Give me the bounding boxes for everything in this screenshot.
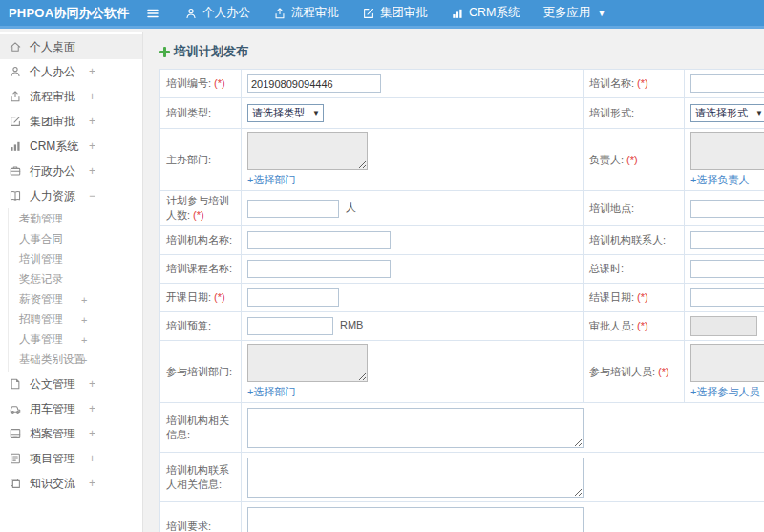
start-date-input[interactable] xyxy=(247,288,339,307)
total-hours-input[interactable] xyxy=(690,260,764,278)
field-label-cell: 参与培训人员:(*) xyxy=(584,341,685,403)
required-marker: (*) xyxy=(637,320,648,331)
sidebar-item-用车管理[interactable]: 用车管理+ xyxy=(0,396,142,421)
planned-participants-input[interactable] xyxy=(247,200,339,218)
host-department-box[interactable] xyxy=(247,132,368,170)
expander-icon[interactable]: + xyxy=(89,378,96,390)
sidebar-item-label: 个人桌面 xyxy=(30,39,75,55)
menu-toggle[interactable] xyxy=(145,6,160,21)
sidebar-item-流程审批[interactable]: 流程审批+ xyxy=(0,84,142,109)
sidebar-item-label: 公文管理 xyxy=(30,376,75,393)
field-label-cell: 培训编号:(*) xyxy=(160,70,242,98)
org-info-textarea[interactable] xyxy=(247,408,584,448)
expander-icon[interactable]: + xyxy=(89,165,96,177)
nav-item-label: 流程审批 xyxy=(291,5,339,21)
org-contact-info-textarea[interactable] xyxy=(247,458,584,498)
sidebar-item-公文管理[interactable]: 公文管理+ xyxy=(0,372,142,396)
field-cell: +选择部门 xyxy=(242,341,584,403)
sidebar-item-档案管理[interactable]: 档案管理+ xyxy=(0,421,142,446)
sidebar-subitem-薪资管理[interactable]: 薪资管理+ xyxy=(0,289,142,309)
sidebar-item-集团审批[interactable]: 集团审批+ xyxy=(0,109,142,134)
field-cell xyxy=(685,284,764,312)
expander-icon[interactable]: + xyxy=(89,116,96,127)
expander-icon[interactable]: + xyxy=(81,354,87,365)
field-label-cell: 培训地点: xyxy=(584,191,685,226)
nav-item-更多应用[interactable]: 更多应用▼ xyxy=(531,5,617,21)
field-label-cell: 开课日期:(*) xyxy=(160,284,242,312)
expander-icon[interactable]: + xyxy=(89,66,96,77)
sidebar-item-个人桌面[interactable]: 个人桌面 xyxy=(0,34,142,59)
end-date-input[interactable] xyxy=(690,288,764,307)
select-department-link[interactable]: +选择部门 xyxy=(247,173,295,187)
sidebar-subitem-label: 招聘管理 xyxy=(19,312,63,327)
select-department-link-2[interactable]: +选择部门 xyxy=(247,385,295,399)
field-label-cell: 培训要求: xyxy=(160,502,242,532)
expander-icon[interactable]: + xyxy=(89,140,96,152)
sidebar-subitem-培训管理[interactable]: 培训管理 xyxy=(0,249,142,269)
sidebar-subitem-label: 基础类别设置 xyxy=(19,352,85,367)
sidebar-subitem-考勤管理[interactable]: 考勤管理 xyxy=(0,209,142,229)
expander-icon[interactable]: + xyxy=(89,403,96,415)
field-label: 培训课程名称: xyxy=(166,263,232,274)
form-row: 培训课程名称:总课时: xyxy=(160,255,764,284)
training-form-select[interactable]: 请选择形式▼ xyxy=(690,104,764,122)
sidebar-subitem-人事合同[interactable]: 人事合同 xyxy=(0,229,142,249)
sidebar-item-项目管理[interactable]: 项目管理+ xyxy=(0,446,142,471)
sidebar-item-人力资源[interactable]: 人力资源− xyxy=(0,183,142,208)
field-label: 培训机构相关信息: xyxy=(166,415,229,440)
training-type-select[interactable]: 请选择类型▼ xyxy=(247,104,324,122)
form-row: 计划参与培训人数:(*)人培训地点: xyxy=(160,191,764,226)
sidebar-item-label: 知识交流 xyxy=(30,476,75,492)
expander-icon[interactable]: + xyxy=(81,314,87,325)
select-caret-icon: ▼ xyxy=(312,109,320,117)
nav-item-CRM系统[interactable]: CRM系统 xyxy=(439,5,531,21)
select-leader-link[interactable]: +选择负责人 xyxy=(690,173,749,187)
expander-icon[interactable]: + xyxy=(81,294,87,305)
nav-item-个人办公[interactable]: 个人办公 xyxy=(173,5,262,21)
select-participants-link[interactable]: +选择参与人员 xyxy=(690,385,759,399)
training-name-input[interactable] xyxy=(690,74,764,93)
expander-icon[interactable]: − xyxy=(89,190,96,202)
expander-icon[interactable]: + xyxy=(81,334,87,345)
form-table: 培训编号:(*)培训名称:(*)培训类型:请选择类型▼培训形式:请选择形式▼主办… xyxy=(159,69,764,532)
sidebar-subitem-人事管理[interactable]: 人事管理+ xyxy=(0,330,142,350)
field-label: 结课日期: xyxy=(589,291,634,303)
nav-item-流程审批[interactable]: 流程审批 xyxy=(262,5,350,21)
required-marker: (*) xyxy=(637,77,648,89)
nav-item-集团审批[interactable]: 集团审批 xyxy=(350,5,439,21)
expander-icon[interactable]: + xyxy=(89,478,96,489)
required-marker: (*) xyxy=(626,154,638,165)
field-label: 培训机构联系人相关信息: xyxy=(166,464,229,490)
budget-input[interactable] xyxy=(247,317,333,335)
sidebar-item-CRM系统[interactable]: CRM系统+ xyxy=(0,134,142,159)
sidebar-item-知识交流[interactable]: 知识交流+ xyxy=(0,471,142,496)
expander-icon[interactable]: + xyxy=(89,453,96,464)
sidebar-subitem-招聘管理[interactable]: 招聘管理+ xyxy=(0,309,142,330)
participants-box[interactable] xyxy=(690,344,764,382)
sidebar-subitem-奖惩记录[interactable]: 奖惩记录 xyxy=(0,269,142,289)
sidebar-item-个人办公[interactable]: 个人办公+ xyxy=(0,59,142,84)
user-icon xyxy=(184,7,198,20)
sidebar: 个人桌面个人办公+流程审批+集团审批+CRM系统+行政办公+人力资源−考勤管理人… xyxy=(0,32,143,532)
expander-icon[interactable]: + xyxy=(89,91,96,102)
required-marker: (*) xyxy=(214,291,225,303)
approver-box[interactable] xyxy=(690,316,757,336)
field-label: 总课时: xyxy=(589,263,624,274)
sidebar-subitem-label: 培训管理 xyxy=(19,252,63,266)
training-location-input[interactable] xyxy=(690,200,764,218)
sidebar-item-行政办公[interactable]: 行政办公+ xyxy=(0,159,142,183)
participating-departments-box[interactable] xyxy=(247,344,368,382)
org-contact-input[interactable] xyxy=(690,231,764,249)
field-label: 培训要求: xyxy=(166,521,211,532)
edit-icon xyxy=(362,7,375,20)
training-requirements-textarea[interactable] xyxy=(247,507,584,532)
expander-icon[interactable]: + xyxy=(89,428,96,439)
field-label-cell: 结课日期:(*) xyxy=(584,284,685,312)
training-number-input[interactable] xyxy=(247,74,381,93)
leader-box[interactable] xyxy=(690,132,764,170)
course-name-input[interactable] xyxy=(247,260,391,278)
sidebar-subitem-基础类别设置[interactable]: 基础类别设置+ xyxy=(0,350,142,370)
field-label-cell: 主办部门: xyxy=(160,129,242,191)
org-name-input[interactable] xyxy=(247,231,391,249)
sidebar-subitem-label: 人事管理 xyxy=(19,332,63,347)
